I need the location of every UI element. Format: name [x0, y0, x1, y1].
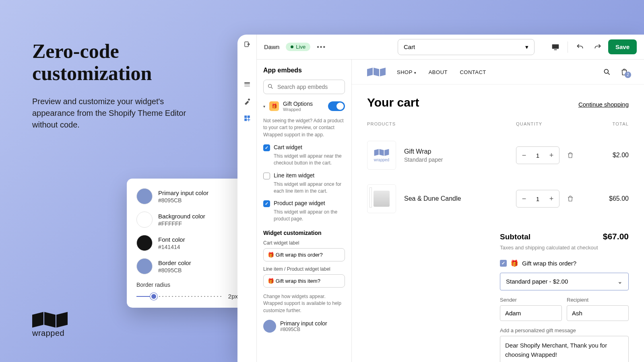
- quantity-stepper[interactable]: − 1 +: [516, 190, 559, 208]
- customization-note: Change how widgets appear. Wrapped suppo…: [263, 293, 345, 314]
- line-total: $2.00: [588, 152, 629, 159]
- redo-icon[interactable]: [590, 40, 605, 54]
- svg-rect-5: [247, 115, 250, 118]
- qty-increase[interactable]: +: [544, 151, 559, 160]
- mini-swatch-icon: [263, 320, 276, 333]
- svg-rect-1: [244, 82, 250, 84]
- cart-line-item: wrapped Gift Wrap Standard paper − 1 +: [367, 134, 629, 177]
- cart-bag-icon[interactable]: 2: [620, 68, 629, 76]
- brand-name: wrapped: [32, 329, 68, 338]
- sections-icon[interactable]: [243, 80, 251, 88]
- nav-contact[interactable]: CONTACT: [460, 69, 486, 75]
- svg-rect-2: [244, 84, 250, 85]
- hero: Zero-code customization Preview and cust…: [32, 40, 205, 131]
- checkbox-cart-widget[interactable]: [263, 144, 270, 151]
- svg-rect-4: [244, 115, 247, 118]
- hero-subtitle: Preview and customize your widget's appe…: [32, 96, 205, 131]
- chevron-down-icon: ▾: [414, 71, 417, 75]
- panel-title: App embeds: [263, 67, 345, 74]
- line-item-label-input[interactable]: 🎁 Gift wrap this item?: [263, 274, 345, 288]
- store-nav: SHOP ▾ ABOUT CONTACT: [397, 68, 497, 76]
- swatch-border: [136, 258, 153, 274]
- quantity-stepper[interactable]: − 1 +: [516, 146, 559, 164]
- product-image: wrapped: [367, 141, 396, 170]
- store-header: SHOP ▾ ABOUT CONTACT 2: [352, 60, 644, 84]
- qty-decrease[interactable]: −: [516, 195, 532, 203]
- store-preview: SHOP ▾ ABOUT CONTACT 2 Your cart: [352, 60, 644, 362]
- cart-line-item: Sea & Dune Candle − 1 + $65.00: [367, 177, 629, 220]
- nav-about[interactable]: ABOUT: [429, 69, 448, 75]
- widget-customization-heading: Widget customization: [263, 230, 345, 236]
- exit-icon[interactable]: [243, 40, 251, 48]
- line-total: $65.00: [588, 195, 629, 202]
- svg-rect-7: [552, 44, 559, 49]
- qty-increase[interactable]: +: [544, 195, 559, 203]
- checkbox-line-item-widget[interactable]: [263, 173, 270, 179]
- embed-gift-options[interactable]: ▾ 🎁 Gift Options Wrapped: [263, 101, 345, 112]
- svg-point-10: [604, 69, 608, 73]
- gift-app-icon: 🎁: [269, 101, 279, 111]
- editor-topbar: Dawn Live ••• Cart ▾ Save: [257, 35, 644, 60]
- sender-input[interactable]: [500, 305, 562, 321]
- editor-left-rail: [237, 35, 257, 362]
- cart-count-badge: 2: [625, 72, 631, 78]
- store-logo-icon[interactable]: [367, 68, 386, 76]
- recipient-input[interactable]: [567, 305, 629, 321]
- qty-decrease[interactable]: −: [516, 151, 532, 160]
- continue-shopping-link[interactable]: Continue shopping: [578, 101, 629, 108]
- gift-message-textarea[interactable]: Dear Shopify Merchant, Thank you for cho…: [500, 336, 629, 362]
- live-badge: Live: [286, 43, 310, 51]
- chevron-down-icon: ⌄: [617, 278, 623, 285]
- hero-title: Zero-code customization: [32, 40, 205, 84]
- search-icon[interactable]: [603, 68, 611, 76]
- border-radius-slider[interactable]: [136, 296, 223, 297]
- swatch-background: [136, 212, 153, 228]
- color-row-border[interactable]: Border color#8095CB: [136, 258, 238, 274]
- page-selector[interactable]: Cart ▾: [398, 39, 535, 55]
- embed-toggle[interactable]: [328, 101, 345, 111]
- theme-name: Dawn: [264, 43, 279, 50]
- trash-icon[interactable]: [567, 152, 574, 159]
- more-menu-icon[interactable]: •••: [317, 43, 326, 51]
- search-input[interactable]: [263, 80, 345, 94]
- color-row-font[interactable]: Font color#141414: [136, 235, 238, 251]
- undo-icon[interactable]: [573, 40, 587, 54]
- border-radius-value: 2px: [228, 293, 238, 300]
- trash-icon[interactable]: [567, 195, 574, 202]
- brand-logo-icon: [32, 313, 68, 326]
- border-radius-label: Border radius: [136, 282, 238, 288]
- cart-title: Your cart: [367, 96, 419, 109]
- app-embeds-icon[interactable]: [243, 114, 251, 122]
- giftwrap-option-select[interactable]: Standard paper - $2.00 ⌄: [500, 273, 629, 290]
- save-button[interactable]: Save: [608, 39, 637, 54]
- caret-down-icon: ▾: [263, 104, 265, 109]
- giftwrap-checkbox[interactable]: [500, 260, 507, 267]
- checkbox-product-page-widget[interactable]: [263, 200, 270, 207]
- nav-shop[interactable]: SHOP ▾: [397, 69, 416, 75]
- svg-rect-6: [244, 119, 247, 121]
- color-row-background[interactable]: Background color#FFFFFF: [136, 212, 238, 228]
- theme-settings-icon[interactable]: [243, 97, 251, 105]
- cart-summary: Subtotal $67.00 Taxes and shipping calcu…: [500, 232, 629, 362]
- color-row-primary[interactable]: Primary input color#8095CB: [136, 188, 238, 204]
- swatch-font: [136, 235, 153, 251]
- cart-table-header: PRODUCTS QUANTITY TOTAL: [367, 121, 629, 126]
- svg-point-9: [268, 84, 272, 88]
- svg-rect-8: [554, 49, 557, 50]
- desktop-view-icon[interactable]: [548, 40, 563, 54]
- product-image: [367, 184, 396, 213]
- svg-rect-3: [244, 86, 250, 86]
- brand-mark: wrapped: [32, 313, 68, 338]
- color-settings-card: Primary input color#8095CB Background co…: [127, 179, 248, 308]
- cart-widget-label-input[interactable]: 🎁 Gift wrap this order?: [263, 248, 345, 261]
- search-icon: [267, 83, 274, 90]
- mini-color-primary[interactable]: Primary input color#8095CB: [263, 320, 345, 333]
- subtotal-value: $67.00: [603, 232, 629, 241]
- widget-help-text: Not seeing the widget? Add a product to …: [263, 117, 345, 138]
- swatch-primary: [136, 188, 153, 204]
- app-embeds-panel: App embeds ▾ 🎁 Gift Options Wrapped Not …: [257, 60, 352, 362]
- theme-editor-window: Dawn Live ••• Cart ▾ Save App embeds: [237, 35, 644, 362]
- chevron-down-icon: ▾: [525, 43, 528, 51]
